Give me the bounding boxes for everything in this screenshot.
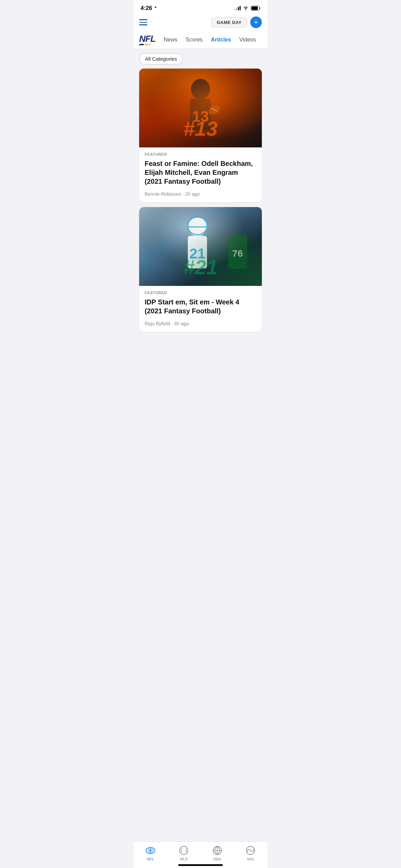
svg-rect-11 bbox=[139, 207, 262, 286]
article-label: FEATURED bbox=[145, 152, 256, 156]
svg-line-10 bbox=[211, 108, 217, 111]
toolbar: GAME DAY + bbox=[134, 14, 267, 31]
svg-rect-12 bbox=[139, 207, 262, 286]
article-title: IDP Start em, Sit em - Week 4 (2021 Fant… bbox=[145, 298, 256, 315]
nav-tabs: NFL News Scores Articles Videos bbox=[134, 31, 267, 49]
article-title: Feast or Famine: Odell Beckham, Elijah M… bbox=[145, 159, 256, 186]
article-image-svg-panthers: 76 21 bbox=[139, 207, 262, 286]
svg-text:13: 13 bbox=[192, 108, 209, 125]
nfl-logo[interactable]: NFL bbox=[138, 31, 157, 49]
wifi-icon bbox=[243, 6, 249, 11]
svg-point-9 bbox=[207, 103, 222, 117]
articles-list: 13 FEATURED Feast or Famine: Odell Beckh… bbox=[134, 69, 267, 332]
location-icon bbox=[154, 6, 158, 10]
svg-text:21: 21 bbox=[190, 245, 206, 262]
article-card[interactable]: 76 21 FEATURED IDP Start em, Sit em - We… bbox=[139, 207, 262, 332]
status-icons bbox=[234, 6, 260, 11]
svg-point-18 bbox=[188, 217, 207, 235]
tab-news[interactable]: News bbox=[160, 32, 182, 48]
article-image-svg-browns: 13 bbox=[139, 69, 262, 147]
tab-videos[interactable]: Videos bbox=[235, 32, 260, 48]
filter-row: All Categories bbox=[134, 49, 267, 69]
game-day-button[interactable]: GAME DAY bbox=[211, 17, 247, 27]
article-meta: Raju Byfield · 6h ago bbox=[145, 321, 256, 326]
article-meta: Bonnie Robinson · 2h ago bbox=[145, 191, 256, 197]
article-label: FEATURED bbox=[145, 291, 256, 295]
status-time: 4:26 bbox=[141, 5, 158, 12]
svg-rect-2 bbox=[252, 7, 258, 10]
article-card[interactable]: 13 FEATURED Feast or Famine: Odell Beckh… bbox=[139, 69, 262, 202]
article-body: FEATURED Feast or Famine: Odell Beckham,… bbox=[139, 147, 262, 202]
svg-point-0 bbox=[245, 10, 246, 10]
article-body: FEATURED IDP Start em, Sit em - Week 4 (… bbox=[139, 286, 262, 332]
svg-point-15 bbox=[189, 217, 206, 237]
signal-icon bbox=[234, 6, 241, 10]
toolbar-right: GAME DAY + bbox=[211, 16, 262, 28]
battery-icon bbox=[251, 6, 260, 11]
svg-point-6 bbox=[191, 79, 210, 99]
add-button[interactable]: + bbox=[250, 16, 262, 28]
status-bar: 4:26 bbox=[134, 0, 267, 14]
all-categories-button[interactable]: All Categories bbox=[139, 53, 183, 64]
article-image-browns: 13 bbox=[139, 69, 262, 147]
svg-rect-4 bbox=[139, 69, 262, 147]
svg-rect-5 bbox=[139, 69, 262, 147]
svg-rect-16 bbox=[188, 236, 207, 268]
tab-scores[interactable]: Scores bbox=[182, 32, 207, 48]
svg-rect-7 bbox=[190, 99, 211, 130]
tab-articles[interactable]: Articles bbox=[207, 32, 235, 48]
svg-text:76: 76 bbox=[232, 248, 243, 259]
hamburger-menu[interactable] bbox=[139, 19, 147, 25]
svg-rect-3 bbox=[259, 7, 260, 9]
article-image-panthers: 76 21 bbox=[139, 207, 262, 286]
svg-rect-13 bbox=[228, 234, 247, 269]
